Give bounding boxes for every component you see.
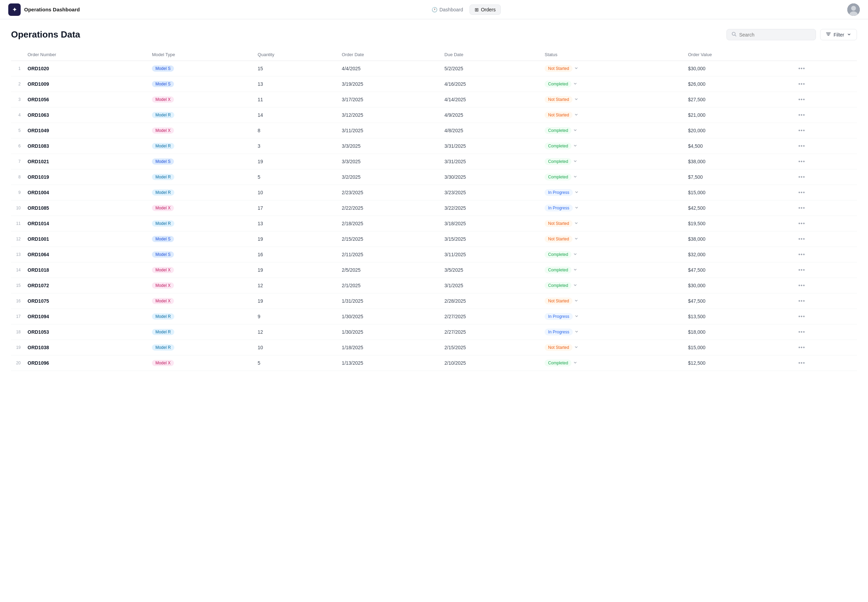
status-badge: In Progress [545,313,573,320]
filter-button[interactable]: Filter [820,29,857,40]
status-badge: Not Started [545,344,573,351]
row-model-type: Model X [148,92,253,108]
row-order-number: ORD1020 [23,61,148,77]
more-actions-button[interactable]: ••• [796,80,807,88]
status-dropdown-icon[interactable] [573,174,578,180]
more-actions-button[interactable]: ••• [796,282,807,289]
more-actions-button[interactable]: ••• [796,266,807,274]
row-model-type: Model R [148,169,253,185]
status-dropdown-icon[interactable] [574,221,579,226]
row-order-value: $4,500 [684,138,792,154]
more-actions-button[interactable]: ••• [796,173,807,181]
more-actions-button[interactable]: ••• [796,158,807,165]
row-status: In Progress [541,309,684,324]
col-order-number: Order Number [23,49,148,61]
col-status: Status [541,49,684,61]
table-row: 10 ORD1085 Model X 17 2/22/2025 3/22/202… [11,200,857,216]
table-row: 9 ORD1004 Model R 10 2/23/2025 3/23/2025… [11,185,857,200]
status-dropdown-icon[interactable] [573,143,578,149]
more-actions-button[interactable]: ••• [796,96,807,103]
row-order-number: ORD1064 [23,247,148,263]
row-num: 12 [11,232,23,247]
status-dropdown-icon[interactable] [574,314,579,319]
more-actions-button[interactable]: ••• [796,235,807,243]
status-dropdown-icon[interactable] [573,159,578,164]
more-actions-button[interactable]: ••• [796,127,807,134]
col-quantity: Quantity [253,49,338,61]
status-badge: Completed [545,127,571,134]
status-dropdown-icon[interactable] [574,329,579,335]
more-actions-button[interactable]: ••• [796,297,807,305]
more-actions-button[interactable]: ••• [796,204,807,212]
row-order-value: $21,000 [684,108,792,123]
row-quantity: 16 [253,247,338,263]
nav-dashboard[interactable]: 🕐 Dashboard [426,5,469,15]
row-order-value: $19,500 [684,216,792,232]
more-actions-button[interactable]: ••• [796,313,807,320]
row-num: 6 [11,138,23,154]
status-dropdown-icon[interactable] [574,66,579,71]
status-dropdown-icon[interactable] [573,283,578,288]
more-actions-button[interactable]: ••• [796,344,807,351]
row-num: 4 [11,108,23,123]
row-order-number: ORD1094 [23,309,148,324]
table-row: 19 ORD1038 Model R 10 1/18/2025 2/15/202… [11,340,857,355]
table-row: 5 ORD1049 Model X 8 3/11/2025 4/8/2025 C… [11,123,857,138]
status-badge: Not Started [545,298,573,304]
row-actions: ••• [792,108,857,123]
row-model-type: Model S [148,77,253,92]
row-order-date: 2/11/2025 [338,247,440,263]
row-model-type: Model S [148,232,253,247]
row-due-date: 2/10/2025 [440,355,541,371]
row-order-number: ORD1021 [23,154,148,169]
more-actions-button[interactable]: ••• [796,328,807,336]
filter-label: Filter [834,32,844,38]
row-order-date: 2/22/2025 [338,200,440,216]
status-dropdown-icon[interactable] [573,267,578,273]
row-order-date: 4/4/2025 [338,61,440,77]
status-dropdown-icon[interactable] [573,128,578,133]
row-actions: ••• [792,216,857,232]
row-status: Not Started [541,216,684,232]
status-dropdown-icon[interactable] [574,345,579,350]
row-order-number: ORD1019 [23,169,148,185]
more-actions-button[interactable]: ••• [796,251,807,258]
more-actions-button[interactable]: ••• [796,65,807,72]
more-actions-button[interactable]: ••• [796,142,807,150]
table-row: 20 ORD1096 Model X 5 1/13/2025 2/10/2025… [11,355,857,371]
status-dropdown-icon[interactable] [574,205,579,211]
row-order-number: ORD1001 [23,232,148,247]
row-actions: ••• [792,232,857,247]
row-quantity: 12 [253,278,338,293]
page-header: Operations Data [11,29,857,40]
more-actions-button[interactable]: ••• [796,220,807,227]
status-dropdown-icon[interactable] [574,298,579,304]
nav-orders[interactable]: ⊞ Orders [470,5,501,15]
status-badge: Completed [545,359,571,366]
col-order-value: Order Value [684,49,792,61]
status-dropdown-icon[interactable] [573,360,578,366]
status-dropdown-icon[interactable] [573,81,578,87]
table-row: 4 ORD1063 Model R 14 3/12/2025 4/9/2025 … [11,108,857,123]
status-dropdown-icon[interactable] [574,97,579,102]
search-box[interactable] [727,29,816,40]
row-quantity: 5 [253,355,338,371]
status-dropdown-icon[interactable] [574,190,579,195]
status-dropdown-icon[interactable] [574,112,579,118]
row-order-date: 3/11/2025 [338,123,440,138]
search-input[interactable] [739,32,811,38]
status-dropdown-icon[interactable] [574,236,579,242]
row-actions: ••• [792,185,857,200]
row-num: 7 [11,154,23,169]
row-order-date: 1/18/2025 [338,340,440,355]
row-order-value: $18,000 [684,324,792,340]
row-model-type: Model X [148,293,253,309]
row-order-value: $13,500 [684,309,792,324]
avatar[interactable] [847,3,860,16]
status-dropdown-icon[interactable] [573,252,578,257]
more-actions-button[interactable]: ••• [796,111,807,119]
row-actions: ••• [792,123,857,138]
filter-chevron-icon [847,32,851,38]
more-actions-button[interactable]: ••• [796,359,807,367]
more-actions-button[interactable]: ••• [796,189,807,196]
